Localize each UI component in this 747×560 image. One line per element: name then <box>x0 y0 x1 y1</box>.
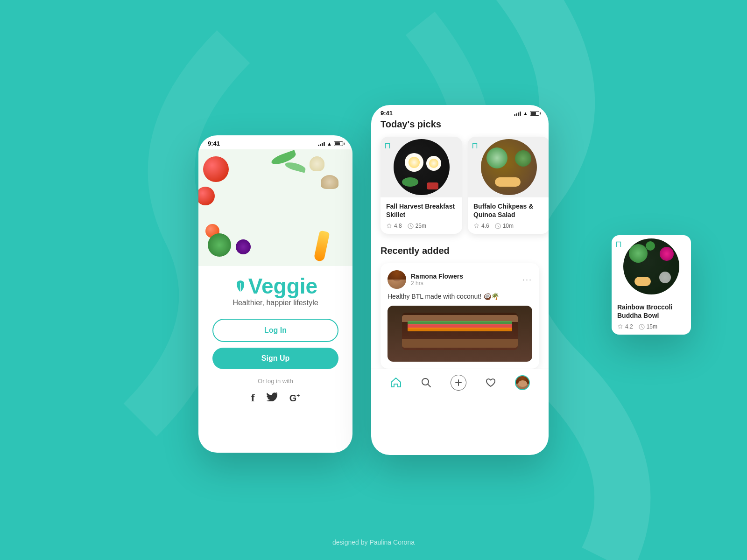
recipe-card-2-info: Buffalo Chikpeas & Quinoa Salad 4.6 <box>468 197 549 234</box>
search-icon <box>420 377 432 389</box>
recipe-rating-3: 4.2 <box>617 323 633 330</box>
social-login-container: f G+ <box>251 392 300 404</box>
post-image <box>388 306 532 362</box>
post-header: Ramona Flowers 2 hrs ··· <box>388 270 532 289</box>
main-container: 9:41 ▲ <box>0 0 747 560</box>
signup-button[interactable]: Sign Up <box>212 348 338 369</box>
recipe-time-1: 25m <box>408 223 426 229</box>
recipe-time-3: 15m <box>639 323 657 330</box>
garlic-decoration <box>310 156 324 171</box>
profile-avatar-icon <box>515 375 530 390</box>
designer-credit: designed by Paulina Corona <box>332 539 415 546</box>
tomato-decoration-2 <box>198 187 215 205</box>
feed-signal-icon <box>514 111 521 116</box>
clock-icon-3 <box>639 324 645 330</box>
feed-time: 9:41 <box>381 110 393 117</box>
feed-status-icons: ▲ <box>514 111 539 116</box>
twitter-login-button[interactable] <box>267 392 278 404</box>
bookmark-icon-2[interactable]: ⊓ <box>472 140 478 151</box>
tagline: Healthier, happier lifestyle <box>233 299 318 307</box>
recipe-meta-2: 4.6 10m <box>473 223 544 229</box>
mushroom-decoration <box>321 175 338 189</box>
poster-details: Ramona Flowers 2 hrs <box>411 273 463 287</box>
post-card: Ramona Flowers 2 hrs ··· Healthy BTL mad… <box>381 263 539 369</box>
clock-icon-2 <box>495 223 501 229</box>
recipe-time-2: 10m <box>495 223 514 229</box>
login-content: Veggie Healthier, happier lifestyle Log … <box>198 266 352 416</box>
recipe-name-3: Rainbow Broccoli Buddha Bowl <box>617 303 685 320</box>
todays-picks-scroll[interactable]: ⊓ Fall Harvest Breakfast Skillet <box>381 137 539 234</box>
poster-name: Ramona Flowers <box>411 273 463 280</box>
recipe-card-3[interactable]: ⊓ Rainbow Broccoli Buddha Bowl <box>612 235 691 335</box>
home-icon <box>390 377 402 389</box>
feed-battery-icon <box>530 111 539 116</box>
leaf-decoration-2 <box>284 161 306 173</box>
star-icon-2 <box>473 223 479 229</box>
beet-decoration <box>236 239 251 254</box>
pepper-decoration <box>313 230 330 262</box>
feed-status-bar: 9:41 ▲ <box>371 105 549 119</box>
recently-added-title: Recently added <box>381 245 539 256</box>
battery-icon <box>334 141 343 146</box>
logo-container: Veggie <box>233 275 317 297</box>
recipe-card-2-image: ⊓ <box>468 137 549 197</box>
recipe-rating-2: 4.6 <box>473 223 489 229</box>
star-icon-1 <box>386 223 392 229</box>
nav-add[interactable] <box>451 375 466 391</box>
poster-avatar <box>388 270 406 289</box>
recipe-name-2: Buffalo Chikpeas & Quinoa Salad <box>473 202 544 219</box>
bookmark-icon-3[interactable]: ⊓ <box>615 239 622 249</box>
bottom-navigation <box>371 369 549 398</box>
plus-icon <box>454 378 463 387</box>
logo-text: Veggie <box>248 275 317 297</box>
login-button[interactable]: Log In <box>212 319 338 342</box>
login-status-bar: 9:41 ▲ <box>198 135 352 149</box>
recipe-card-1-image: ⊓ <box>381 137 462 197</box>
phone-login: 9:41 ▲ <box>198 135 352 453</box>
clock-icon-1 <box>408 223 414 229</box>
google-login-button[interactable]: G+ <box>289 392 300 404</box>
post-text: Healthy BTL made with coconut! 🥥🌴 <box>388 293 532 300</box>
phone-feed: 9:41 ▲ Today's picks <box>371 105 549 455</box>
bookmark-icon-1[interactable]: ⊓ <box>384 140 391 151</box>
heart-icon <box>485 377 497 389</box>
tomato-decoration <box>203 156 229 182</box>
recipe-name-1: Fall Harvest Breakfast Skillet <box>386 202 457 219</box>
recipe-meta-3: 4.2 15m <box>617 323 685 330</box>
sandwich-image <box>402 313 518 350</box>
post-time: 2 hrs <box>411 280 463 287</box>
recipe-card-3-info: Rainbow Broccoli Buddha Bowl 4.2 15m <box>612 298 691 335</box>
dish-buddha-image <box>623 238 679 294</box>
nav-favorites[interactable] <box>485 377 497 389</box>
todays-picks-title: Today's picks <box>381 119 539 130</box>
signal-icon <box>318 141 325 146</box>
recipe-rating-1: 4.8 <box>386 223 402 229</box>
star-icon-3 <box>617 324 623 330</box>
nav-home[interactable] <box>390 377 402 389</box>
facebook-login-button[interactable]: f <box>251 392 255 404</box>
feed-wifi-icon: ▲ <box>523 111 528 116</box>
feed-content: Today's picks ⊓ <box>371 119 549 369</box>
broccoli-decoration <box>208 233 231 257</box>
login-status-icons: ▲ <box>318 141 343 147</box>
dish-quinoa-image <box>481 139 537 195</box>
or-divider-text: Or log in with <box>258 378 293 385</box>
recipe-card-3-image: ⊓ <box>612 235 691 298</box>
wifi-icon: ▲ <box>327 141 332 147</box>
nav-profile[interactable] <box>515 375 530 390</box>
recipe-meta-1: 4.8 25m <box>386 223 457 229</box>
login-hero <box>198 149 352 266</box>
logo-leaf-icon <box>233 278 247 294</box>
recipe-card-1-info: Fall Harvest Breakfast Skillet 4.8 <box>381 197 462 234</box>
recipe-card-2[interactable]: ⊓ Buffalo Chikpeas & Quinoa Salad <box>468 137 549 234</box>
poster-info: Ramona Flowers 2 hrs <box>388 270 463 289</box>
nav-search[interactable] <box>420 377 432 389</box>
post-menu-button[interactable]: ··· <box>522 275 532 285</box>
recipe-card-1[interactable]: ⊓ Fall Harvest Breakfast Skillet <box>381 137 462 234</box>
dish-egg-image <box>394 139 450 195</box>
floating-recipe-card: ⊓ Rainbow Broccoli Buddha Bowl <box>612 235 691 335</box>
add-circle-icon <box>451 375 466 391</box>
login-time: 9:41 <box>208 140 220 147</box>
